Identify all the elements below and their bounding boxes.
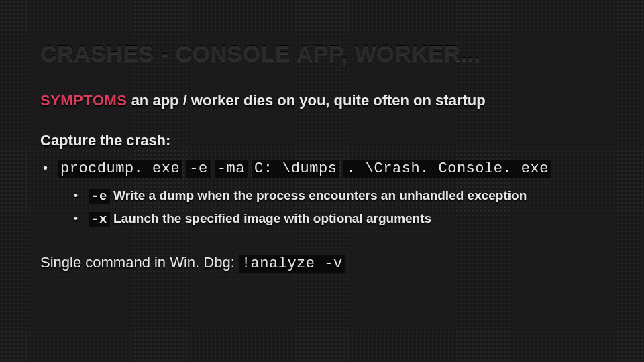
flag-x-desc: Launch the specified image with optional…	[110, 211, 431, 225]
symptoms-label-lead: S	[40, 92, 50, 109]
analyze-command: !analyze -v	[239, 255, 345, 273]
flags-list: -e Write a dump when the process encount…	[74, 188, 604, 227]
list-item: -e Write a dump when the process encount…	[74, 188, 604, 204]
cmd-part5: . \Crash. Console. exe	[343, 160, 551, 178]
symptoms-text: an app / worker dies on you, quite often…	[127, 92, 486, 109]
capture-heading: Capture the crash:	[40, 132, 604, 149]
flag-e: -e	[89, 189, 110, 204]
single-lead: Single command in Win. Dbg:	[40, 254, 239, 271]
cmd-part1: procdump. exe	[58, 160, 182, 178]
flag-x: -x	[89, 212, 110, 227]
capture-list: procdump. exe -e -ma C: \dumps . \Crash.…	[43, 159, 604, 227]
flag-e-desc: Write a dump when the process encounters…	[110, 188, 527, 202]
slide-title: CRASHES - CONSOLE APP, WORKER...	[40, 40, 604, 66]
cmd-part3: -ma	[215, 160, 248, 178]
symptoms-line: SYMPTOMS an app / worker dies on you, qu…	[40, 92, 604, 109]
procdump-command: procdump. exe -e -ma C: \dumps . \Crash.…	[58, 159, 551, 176]
list-item: -x Launch the specified image with optio…	[74, 211, 604, 227]
symptoms-label-rest: YMPTOMS	[50, 92, 127, 109]
single-command-line: Single command in Win. Dbg: !analyze -v	[40, 254, 604, 273]
cmd-part2: -e	[186, 160, 210, 178]
list-item: procdump. exe -e -ma C: \dumps . \Crash.…	[43, 159, 604, 227]
cmd-part4: C: \dumps	[252, 160, 339, 178]
